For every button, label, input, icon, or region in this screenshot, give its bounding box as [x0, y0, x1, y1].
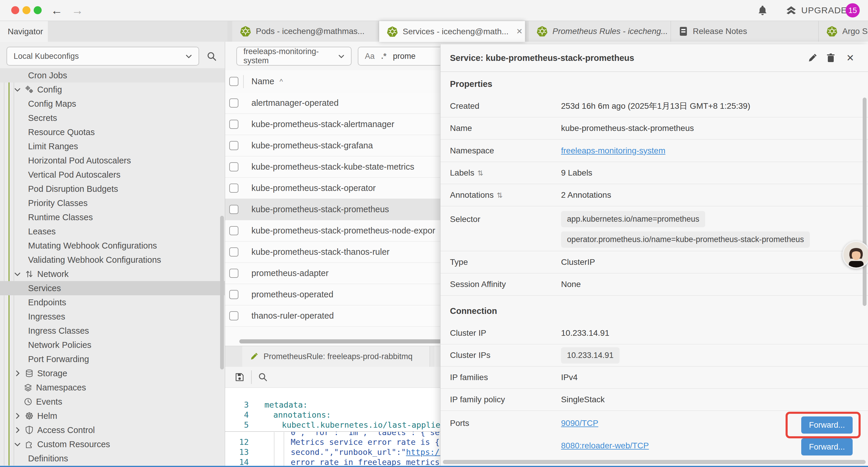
- sidebar-item-vertical-pod-autoscalers[interactable]: Vertical Pod Autoscalers: [0, 168, 225, 182]
- row-checkbox[interactable]: [229, 120, 239, 129]
- sidebar-item-mutating-webhook-configurations[interactable]: Mutating Webhook Configurations: [0, 238, 225, 253]
- match-case-icon[interactable]: Aa: [365, 52, 375, 61]
- panel-horizontal-scrollbar[interactable]: [443, 460, 866, 464]
- tab-argo[interactable]: Argo Se: [819, 21, 868, 42]
- kubeconfig-select[interactable]: Local Kubeconfigs: [6, 47, 199, 66]
- row-checkbox[interactable]: [229, 269, 239, 278]
- database-icon: [24, 369, 34, 377]
- select-all-checkbox[interactable]: [229, 77, 239, 86]
- row-checkbox[interactable]: [229, 141, 239, 150]
- sidebar-item-endpoints[interactable]: Endpoints: [0, 295, 225, 310]
- port-link-9090[interactable]: 9090/TCP: [561, 418, 598, 428]
- namespace-select[interactable]: freeleaps-monitoring-system: [236, 47, 351, 66]
- sidebar-item-leases[interactable]: Leases: [0, 224, 225, 238]
- sidebar-item-port-forwarding[interactable]: Port Forwarding: [0, 352, 225, 366]
- regex-icon[interactable]: .*: [381, 52, 386, 61]
- tab-services[interactable]: Services - icecheng@math... ✕: [379, 21, 525, 42]
- panel-vertical-scrollbar[interactable]: [863, 97, 867, 306]
- yaml-code-line: error rate in freeleaps metrics ser: [291, 458, 459, 467]
- sidebar-group-custom-resources[interactable]: Custom Resources: [0, 437, 225, 451]
- detail-row-type: Type ClusterIP: [440, 251, 868, 273]
- tab-release-notes[interactable]: Release Notes: [671, 21, 819, 42]
- sidebar-group-config[interactable]: Config: [0, 83, 225, 97]
- traffic-light-close[interactable]: [11, 6, 19, 14]
- navigator-scrollbar[interactable]: [220, 216, 224, 370]
- sidebar-item-network-policies[interactable]: Network Policies: [0, 338, 225, 352]
- expand-sort-icon[interactable]: ⇅: [497, 191, 502, 199]
- editor-tab-prometheusrule[interactable]: PrometheusRule: freeleaps-prod-rabbitmq: [242, 346, 430, 367]
- namespace-link[interactable]: freeleaps-monitoring-system: [561, 146, 665, 155]
- sidebar-item-validating-webhook-configurations[interactable]: Validating Webhook Configurations: [0, 253, 225, 267]
- line-number: 3: [225, 400, 249, 409]
- sidebar-item-ingresses[interactable]: Ingresses: [0, 310, 225, 324]
- row-checkbox[interactable]: [229, 311, 239, 320]
- tab-release-notes-label: Release Notes: [693, 27, 747, 36]
- window-titlebar: ← → UPGRADE 15: [0, 0, 868, 21]
- sidebar-item-pod-disruption-budgets[interactable]: Pod Disruption Budgets: [0, 182, 225, 196]
- kubernetes-icon: [387, 26, 398, 37]
- cluster-search-icon[interactable]: [207, 52, 217, 61]
- sidebar-item-runtime-classes[interactable]: Runtime Classes: [0, 210, 225, 224]
- row-checkbox[interactable]: [229, 247, 239, 257]
- sort-asc-icon[interactable]: ^: [279, 78, 283, 86]
- row-checkbox[interactable]: [229, 183, 239, 193]
- notifications-bell-icon[interactable]: [757, 5, 768, 16]
- row-checkbox[interactable]: [229, 205, 239, 214]
- tab-close-icon[interactable]: ✕: [516, 27, 523, 36]
- chevron-right-icon[interactable]: [13, 413, 22, 419]
- expand-sort-icon[interactable]: ⇅: [477, 169, 483, 177]
- name-column-header[interactable]: Name: [251, 77, 274, 86]
- sidebar-item-services[interactable]: Services: [0, 281, 225, 295]
- sidebar-item-secrets[interactable]: Secrets: [0, 111, 225, 125]
- save-icon[interactable]: [235, 372, 244, 382]
- row-checkbox[interactable]: [229, 162, 239, 171]
- detail-row-cluster-ip: Cluster IP 10.233.14.91: [440, 322, 868, 344]
- sidebar-group-storage[interactable]: Storage: [0, 366, 225, 380]
- chevron-right-icon[interactable]: [13, 427, 22, 433]
- forward-button-8080[interactable]: Forward...: [801, 438, 852, 456]
- history-back-icon[interactable]: ←: [51, 0, 63, 21]
- sidebar-item-ingress-classes[interactable]: Ingress Classes: [0, 324, 225, 338]
- sidebar-item-definitions[interactable]: Definitions: [0, 451, 225, 466]
- sidebar-item-namespaces[interactable]: Namespaces: [0, 380, 225, 395]
- badge-count: 15: [848, 6, 857, 15]
- chevron-down-icon[interactable]: [13, 87, 22, 92]
- tab-strip: Navigator Pods - icecheng@mathmas... Ser…: [0, 21, 868, 42]
- chevron-down-icon[interactable]: [13, 271, 22, 276]
- tab-prometheus-rules-label: Prometheus Rules - icecheng...: [553, 27, 668, 36]
- navigator-pane-tab[interactable]: Navigator: [0, 21, 48, 42]
- port-link-8080[interactable]: 8080:reloader-web/TCP: [561, 441, 649, 450]
- navigator-tab-filler: [48, 21, 227, 42]
- sidebar-item-resource-quotas[interactable]: Resource Quotas: [0, 125, 225, 139]
- resource-tree: Cron Jobs Config Config Maps Secrets Res…: [0, 68, 225, 466]
- chevron-right-icon[interactable]: [13, 370, 22, 377]
- yaml-search-icon[interactable]: [258, 372, 268, 382]
- sidebar-group-network[interactable]: Network: [0, 267, 225, 281]
- delete-trash-icon[interactable]: [824, 52, 837, 64]
- chevron-down-icon[interactable]: [13, 442, 22, 447]
- tab-prometheus-rules[interactable]: Prometheus Rules - icecheng...: [529, 21, 671, 42]
- history-forward-icon[interactable]: →: [71, 0, 83, 21]
- detail-row-created: Created 253d 16h 6m ago (2025年1月13日 GMT+…: [440, 95, 868, 117]
- upgrade-label: UPGRADE: [801, 5, 847, 16]
- account-badge[interactable]: 15: [845, 3, 860, 18]
- sidebar-group-access-control[interactable]: Access Control: [0, 423, 225, 437]
- puzzle-icon: [24, 440, 34, 449]
- traffic-light-minimize[interactable]: [23, 6, 30, 14]
- traffic-light-zoom[interactable]: [34, 6, 42, 14]
- edit-pencil-icon[interactable]: [806, 52, 819, 64]
- assistant-avatar[interactable]: [842, 241, 868, 269]
- row-checkbox[interactable]: [229, 290, 239, 299]
- row-checkbox[interactable]: [229, 98, 239, 108]
- upgrade-button[interactable]: UPGRADE: [786, 0, 847, 21]
- tab-pods[interactable]: Pods - icecheng@mathmas...: [232, 21, 379, 42]
- close-icon[interactable]: ✕: [844, 52, 857, 64]
- sidebar-item-priority-classes[interactable]: Priority Classes: [0, 196, 225, 210]
- row-checkbox[interactable]: [229, 226, 239, 235]
- sidebar-item-limit-ranges[interactable]: Limit Ranges: [0, 139, 225, 153]
- sidebar-item-horizontal-pod-autoscalers[interactable]: Horizontal Pod Autoscalers: [0, 153, 225, 168]
- sidebar-item-events[interactable]: Events: [0, 395, 225, 409]
- sidebar-item-cron-jobs[interactable]: Cron Jobs: [0, 68, 225, 83]
- sidebar-group-helm[interactable]: Helm: [0, 409, 225, 423]
- sidebar-item-config-maps[interactable]: Config Maps: [0, 97, 225, 111]
